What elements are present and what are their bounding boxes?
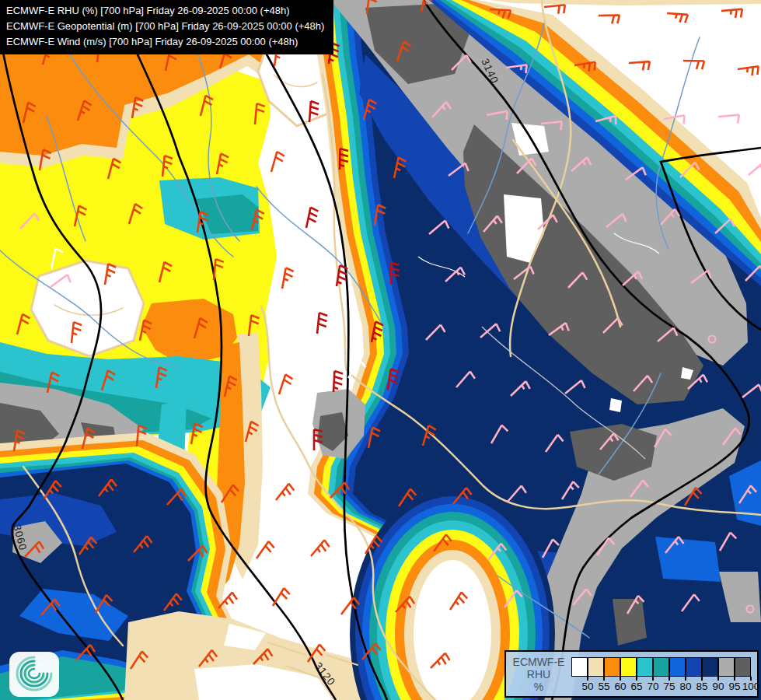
legend-tick-label: 65 [630,681,642,692]
legend-swatch [588,657,604,677]
brand-logo [9,651,60,698]
title-line-geopotential: ECMWF-E Geopotential (m) [700 hPa] Frida… [6,19,324,34]
legend-swatch [653,657,669,677]
legend-title: ECMWF-E RHU % [506,652,571,696]
legend-swatch [637,657,653,677]
legend-tick-label: 50 [581,681,593,692]
legend-swatch [571,657,588,677]
title-line-wind: ECMWF-E Wind (m/s) [700 hPa] Friday 26-0… [6,34,324,50]
legend-tick-label: 55 [598,681,609,692]
legend-swatch [702,657,718,677]
legend-tick-label: 70 [647,681,658,692]
legend-tick-label: 100 [742,681,760,692]
legend-tick-label: 80 [679,681,691,692]
legend-tick-label: 95 [728,681,740,692]
legend-tick-label: 75 [663,681,675,692]
legend-color-scale: 50556065707580859095100 [571,652,757,696]
legend-swatch [735,657,751,677]
rh-legend: ECMWF-E RHU % 50556065707580859095100 [504,650,759,698]
legend-swatch [686,657,702,677]
title-box: ECMWF-E RHU (%) [700 hPa] Friday 26-09-2… [0,0,333,54]
legend-swatch [669,657,686,677]
legend-swatch [620,657,637,677]
spiral-logo-icon [9,651,60,698]
legend-title-model: ECMWF-E [506,656,571,668]
legend-tick-label: 90 [712,681,724,692]
map-canvas: 3060312031403140 [0,0,761,700]
legend-swatch [718,657,735,677]
legend-tick-label: 60 [614,681,626,692]
title-line-rhu: ECMWF-E RHU (%) [700 hPa] Friday 26-09-2… [6,3,324,19]
legend-title-unit: % [506,681,571,693]
weather-map-screenshot: 3060312031403140 ECMWF-E RHU (%) [700 hP… [0,0,761,700]
legend-swatch [604,657,620,677]
legend-title-field: RHU [506,668,571,681]
legend-tick-label: 85 [696,681,707,692]
